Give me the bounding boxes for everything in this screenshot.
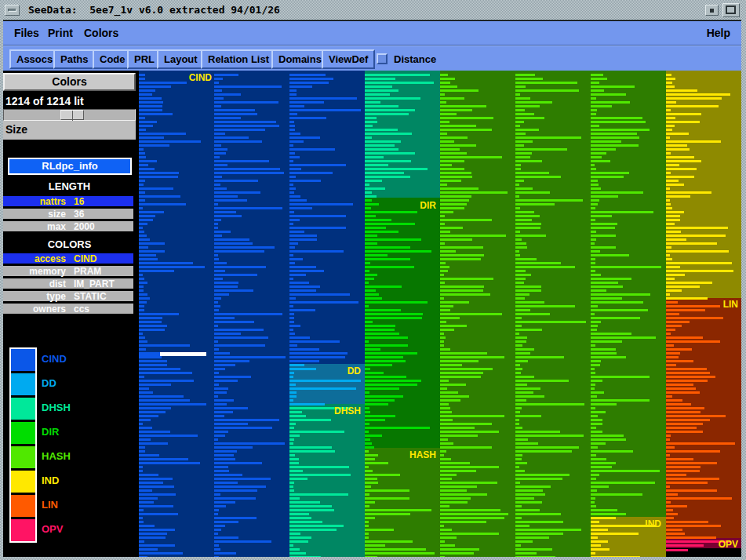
selected-row-highlight[interactable] <box>139 352 206 356</box>
length-row-size[interactable]: size36 <box>3 209 133 219</box>
viz-bar <box>289 384 296 386</box>
distance-checkbox[interactable] <box>377 53 388 64</box>
viz-bar <box>214 399 234 402</box>
legend-swatch-ind[interactable] <box>11 471 35 493</box>
viz-bar <box>666 427 697 429</box>
viz-bar <box>591 489 597 492</box>
colors-row-access[interactable]: accessCIND <box>3 253 133 264</box>
viz-column-6[interactable] <box>591 71 666 560</box>
viz-bar <box>139 356 162 358</box>
menu-colors[interactable]: Colors <box>84 27 118 39</box>
colors-row-owners[interactable]: ownersccs <box>3 304 133 314</box>
legend-swatch-opv[interactable] <box>11 519 35 541</box>
viz-bar <box>139 380 194 382</box>
viz-bar <box>591 97 596 100</box>
viz-column-5[interactable] <box>515 71 591 560</box>
viz-column-2[interactable] <box>289 71 365 560</box>
viz-bar <box>365 282 369 284</box>
viz-bar <box>214 466 228 468</box>
viz-bar <box>365 117 377 119</box>
colors-panel-button[interactable]: Colors <box>3 73 136 91</box>
viz-bar <box>289 313 294 315</box>
window-menu-button[interactable] <box>5 5 20 16</box>
titlebar[interactable]: SeeData: 5ee7_1v v6.0 extracted 94/01/26 <box>0 0 746 20</box>
toolbar-button-code[interactable]: Code <box>93 49 133 69</box>
viz-bar <box>214 395 218 398</box>
size-slider[interactable] <box>3 109 136 121</box>
data-visualization[interactable]: CINDDDDHSHDIRHASHINDLINOPV <box>139 71 741 560</box>
viz-bar <box>214 278 223 280</box>
window-frame-right[interactable] <box>741 0 746 560</box>
toolbar-button-assocs[interactable]: Assocs <box>9 49 60 69</box>
viz-column-3[interactable] <box>365 71 440 560</box>
legend-swatch-lin[interactable] <box>11 495 35 517</box>
viz-bar <box>214 321 254 323</box>
viz-bar <box>666 97 722 100</box>
length-row-nattrs[interactable]: nattrs16 <box>3 196 133 206</box>
viz-bar <box>139 199 145 202</box>
viz-bar <box>591 136 639 139</box>
viz-bar <box>440 403 449 405</box>
legend-swatch-cind[interactable] <box>11 349 35 371</box>
viz-bar <box>214 391 227 394</box>
viz-bar <box>139 97 162 100</box>
viz-bar <box>139 540 144 543</box>
toolbar-button-layout[interactable]: Layout <box>157 49 205 69</box>
region-label-dhsh: DHSH <box>334 405 361 416</box>
viz-bar <box>666 219 680 221</box>
viz-bar <box>139 513 178 515</box>
viz-bar <box>214 489 257 492</box>
viz-bar <box>591 93 626 96</box>
viz-bar <box>139 450 145 453</box>
legend-swatch-dir[interactable] <box>11 422 35 444</box>
viz-column-1[interactable] <box>214 71 289 560</box>
legend-swatch-dhsh[interactable] <box>11 398 35 420</box>
size-slider-thumb[interactable] <box>60 110 84 120</box>
viz-bar <box>591 403 617 405</box>
viz-bar <box>289 317 294 319</box>
viz-bar <box>591 454 596 456</box>
colors-row-type[interactable]: typeSTATIC <box>3 291 133 301</box>
relation-name-button[interactable]: RLdpc_info <box>8 158 132 175</box>
viz-bar <box>365 509 431 511</box>
colors-row-memory[interactable]: memoryPRAM <box>3 266 133 276</box>
viz-column-4[interactable] <box>440 71 515 560</box>
window-frame-bottom[interactable] <box>0 557 746 560</box>
viz-bar <box>289 352 348 355</box>
toolbar-button-domains[interactable]: Domains <box>271 49 329 69</box>
length-row-max[interactable]: max2000 <box>3 221 133 231</box>
minimize-button[interactable] <box>705 5 719 16</box>
viz-bar <box>591 321 601 323</box>
viz-bar <box>515 533 563 535</box>
menu-files[interactable]: Files <box>14 27 39 39</box>
viz-bar <box>365 395 403 398</box>
toolbar-button-relation-list[interactable]: Relation List <box>201 49 276 69</box>
viz-bar <box>440 258 481 260</box>
colors-row-label: dist <box>3 278 66 289</box>
toolbar-button-viewdef[interactable]: ViewDef <box>322 49 375 69</box>
viz-bar <box>515 336 527 339</box>
viz-bar <box>515 317 522 319</box>
viz-bar <box>666 517 674 519</box>
viz-bar <box>139 309 144 311</box>
legend-swatch-dd[interactable] <box>11 373 35 395</box>
viz-bar <box>289 372 294 374</box>
viz-bar <box>289 454 295 456</box>
viz-bar <box>139 533 167 535</box>
menu-print[interactable]: Print <box>48 27 73 39</box>
toolbar-button-paths[interactable]: Paths <box>53 49 95 69</box>
viz-bar <box>666 482 708 484</box>
viz-bar <box>139 176 178 178</box>
viz-bar <box>666 325 682 327</box>
viz-column-7[interactable] <box>666 71 741 560</box>
viz-bar <box>515 109 525 111</box>
colors-row-dist[interactable]: distIM_PART <box>3 278 133 289</box>
viz-column-0[interactable] <box>139 71 214 560</box>
menu-help[interactable]: Help <box>707 27 730 39</box>
maximize-button[interactable] <box>722 3 740 17</box>
viz-bar <box>440 144 476 147</box>
viz-bar <box>365 293 379 296</box>
legend-swatch-hash[interactable] <box>11 446 35 468</box>
viz-bar <box>440 301 469 304</box>
viz-bar <box>591 262 595 264</box>
